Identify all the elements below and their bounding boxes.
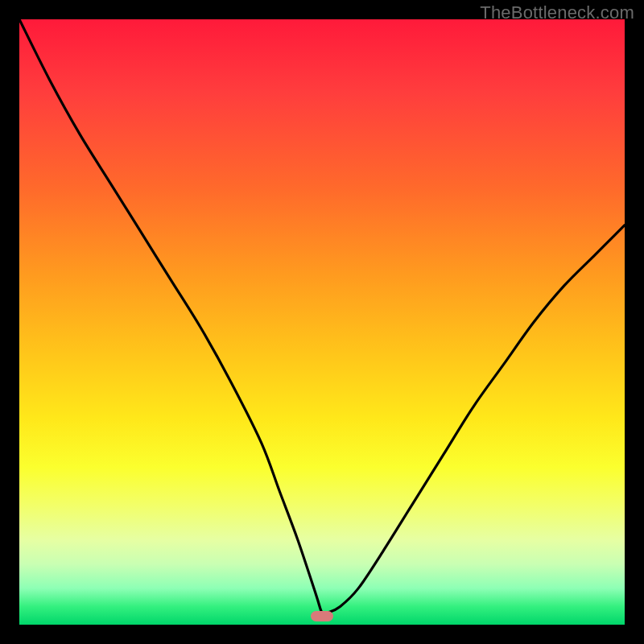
bottleneck-curve [19, 19, 625, 625]
curve-path [19, 19, 625, 614]
chart-frame: TheBottleneck.com [0, 0, 644, 644]
watermark-text: TheBottleneck.com [480, 2, 634, 23]
optimal-marker [311, 611, 333, 621]
plot-area [19, 19, 625, 625]
